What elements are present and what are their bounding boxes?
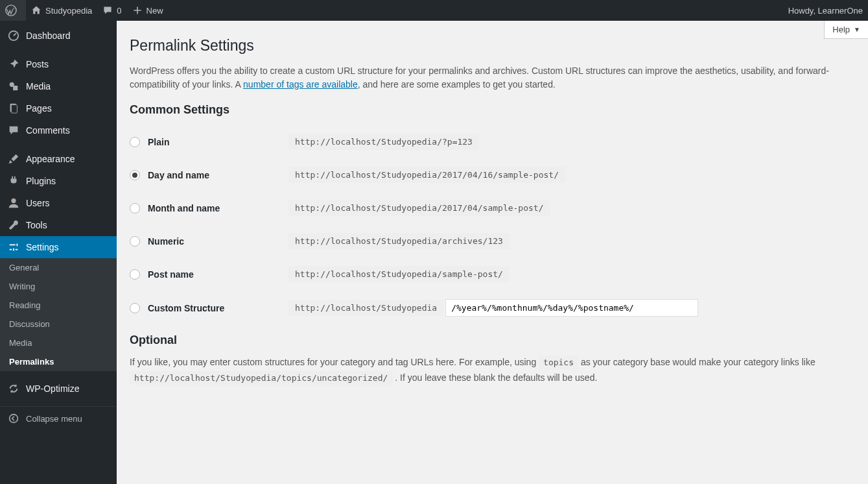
sidebar-item-comments[interactable]: Comments — [0, 119, 117, 141]
new-label: New — [147, 6, 163, 16]
radio-label-custom[interactable]: Custom Structure — [130, 303, 288, 313]
svg-point-6 — [11, 199, 16, 203]
page-description: WordPress offers you the ability to crea… — [130, 64, 855, 91]
radio-text: Month and name — [148, 203, 220, 213]
admin-toolbar: Studyopedia 0 New Howdy, LearnerOne — [0, 0, 868, 21]
permalink-example: http://localhost/Studyopedia/sample-post… — [288, 266, 510, 282]
submenu-permalinks[interactable]: Permalinks — [0, 352, 117, 371]
new-content-link[interactable]: New — [127, 0, 169, 21]
page-title: Permalink Settings — [130, 37, 855, 54]
submenu-reading[interactable]: Reading — [0, 296, 117, 315]
radio-text: Plain — [148, 137, 169, 147]
code-topics: topics — [539, 356, 578, 369]
radio-input[interactable] — [130, 137, 140, 147]
howdy-text: Howdy, LearnerOne — [788, 6, 863, 16]
site-home-link[interactable]: Studyopedia — [26, 0, 97, 21]
comment-icon — [102, 5, 113, 16]
collapse-menu[interactable]: Collapse menu — [0, 406, 117, 430]
submenu-general[interactable]: General — [0, 258, 117, 277]
sidebar-item-users[interactable]: Users — [0, 192, 117, 214]
optional-heading: Optional — [130, 333, 855, 347]
account-link[interactable]: Howdy, LearnerOne — [783, 0, 868, 21]
optional-description: If you like, you may enter custom struct… — [130, 355, 855, 386]
plug-icon — [6, 175, 21, 187]
svg-rect-3 — [13, 86, 18, 90]
submenu-writing[interactable]: Writing — [0, 277, 117, 296]
brush-icon — [6, 153, 21, 165]
comments-link[interactable]: 0 — [97, 0, 126, 21]
permalink-example: http://localhost/Studyopedia/archives/12… — [288, 233, 510, 249]
wordpress-icon — [5, 5, 17, 16]
permalink-option-row: Month and namehttp://localhost/Studyoped… — [130, 200, 855, 216]
permalink-option-row: Plainhttp://localhost/Studyopedia/?p=123 — [130, 134, 855, 150]
sidebar-item-posts[interactable]: Posts — [0, 53, 117, 75]
admin-sidebar: Dashboard Posts Media Pages Comments App… — [0, 21, 117, 484]
permalink-example: http://localhost/Studyopedia/2017/04/sam… — [288, 200, 550, 216]
main-content: Help ▼ Permalink Settings WordPress offe… — [117, 21, 868, 484]
wp-logo[interactable] — [0, 0, 26, 21]
radio-input[interactable] — [130, 269, 140, 280]
permalink-option-row: Numerichttp://localhost/Studyopedia/arch… — [130, 233, 855, 249]
collapse-icon — [6, 413, 21, 424]
radio-label[interactable]: Plain — [130, 137, 288, 147]
radio-label[interactable]: Numeric — [130, 236, 288, 247]
common-settings-heading: Common Settings — [130, 103, 855, 117]
home-icon — [31, 5, 41, 16]
permalink-example: http://localhost/Studyopedia/?p=123 — [288, 134, 479, 150]
media-icon — [6, 80, 21, 92]
wrench-icon — [6, 219, 21, 231]
radio-label[interactable]: Month and name — [130, 203, 288, 213]
submenu-media[interactable]: Media — [0, 333, 117, 352]
help-tab-button[interactable]: Help ▼ — [824, 21, 868, 39]
permalink-option-row: Post namehttp://localhost/Studyopedia/sa… — [130, 266, 855, 282]
sidebar-item-plugins[interactable]: Plugins — [0, 170, 117, 192]
tags-available-link[interactable]: number of tags are available — [243, 79, 358, 90]
radio-label[interactable]: Day and name — [130, 170, 288, 180]
radio-input[interactable] — [130, 236, 140, 247]
sliders-icon — [6, 241, 21, 253]
sidebar-item-tools[interactable]: Tools — [0, 214, 117, 236]
settings-submenu: General Writing Reading Discussion Media… — [0, 258, 117, 371]
plus-icon — [132, 5, 143, 16]
radio-text: Day and name — [148, 170, 209, 180]
site-name: Studyopedia — [45, 6, 92, 16]
radio-label[interactable]: Post name — [130, 269, 288, 280]
svg-point-7 — [10, 415, 18, 423]
pin-icon — [6, 58, 21, 70]
custom-prefix: http://localhost/Studyopedia — [288, 300, 443, 316]
comment-icon — [6, 125, 21, 136]
submenu-discussion[interactable]: Discussion — [0, 315, 117, 333]
user-icon — [6, 197, 21, 209]
sidebar-item-media[interactable]: Media — [0, 75, 117, 97]
radio-text: Numeric — [148, 236, 184, 247]
permalink-option-row: Day and namehttp://localhost/Studyopedia… — [130, 167, 855, 183]
permalink-option-custom: Custom Structure http://localhost/Studyo… — [130, 299, 855, 317]
page-icon — [6, 103, 21, 114]
radio-custom[interactable] — [130, 303, 140, 313]
radio-input[interactable] — [130, 203, 140, 213]
sidebar-item-pages[interactable]: Pages — [0, 97, 117, 119]
radio-input[interactable] — [130, 170, 140, 180]
svg-rect-5 — [11, 105, 17, 114]
code-example-url: http://localhost/Studyopedia/topics/unca… — [130, 371, 392, 385]
custom-structure-input[interactable] — [445, 299, 698, 317]
sidebar-item-appearance[interactable]: Appearance — [0, 148, 117, 170]
sidebar-item-wpoptimize[interactable]: WP-Optimize — [0, 378, 117, 400]
dashboard-icon — [6, 30, 21, 42]
radio-text: Post name — [148, 269, 194, 280]
caret-down-icon: ▼ — [854, 26, 860, 33]
sidebar-item-dashboard[interactable]: Dashboard — [0, 25, 117, 47]
refresh-icon — [6, 383, 21, 394]
sidebar-item-settings[interactable]: Settings — [0, 236, 117, 258]
permalink-example: http://localhost/Studyopedia/2017/04/16/… — [288, 167, 565, 183]
comments-count: 0 — [117, 6, 121, 16]
